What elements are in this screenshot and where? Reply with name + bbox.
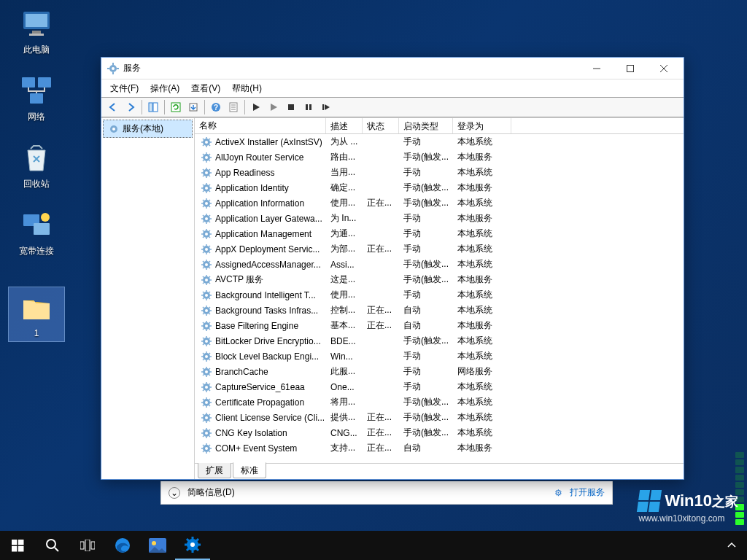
column-header-name[interactable]: 名称 xyxy=(195,118,326,133)
desktop-icon-recycle-bin[interactable]: 回收站 xyxy=(9,140,64,190)
service-row[interactable]: AllJoyn Router Service路由...手动(触发...本地服务 xyxy=(195,149,684,165)
service-row[interactable]: Application Identity确定...手动(触发...本地服务 xyxy=(195,180,684,195)
column-header-description[interactable]: 描述 xyxy=(326,118,363,133)
show-hide-tree-button[interactable] xyxy=(144,98,162,116)
tree-node-services-local[interactable]: 服务(本地) xyxy=(103,120,193,138)
svg-rect-33 xyxy=(322,104,324,110)
service-row[interactable]: Client License Service (Cli...提供...正在...… xyxy=(195,410,684,425)
gear-icon xyxy=(201,289,212,301)
svg-text:?: ? xyxy=(214,104,218,112)
column-header-startup[interactable]: 启动类型 xyxy=(399,118,453,133)
chevron-down-icon[interactable]: ⌄ xyxy=(169,487,180,499)
desktop-icon-label: 1 xyxy=(9,328,64,338)
desktop-icon-network[interactable]: 网络 xyxy=(9,73,64,123)
taskbar-settings[interactable] xyxy=(175,531,210,560)
service-row[interactable]: BitLocker Drive Encryptio...BDE...手动(触发.… xyxy=(195,333,684,349)
service-row[interactable]: App Readiness当用...手动本地系统 xyxy=(195,165,684,180)
svg-line-266 xyxy=(187,548,189,551)
column-header-logon[interactable]: 登录为 xyxy=(453,118,511,133)
refresh-button[interactable] xyxy=(167,98,185,116)
service-row[interactable]: Base Filtering Engine基本...正在...自动本地服务 xyxy=(195,318,684,333)
gear-icon xyxy=(201,366,212,378)
service-row[interactable]: Application Layer Gatewa...为 In...手动本地服务 xyxy=(195,211,684,226)
start-service-button[interactable] xyxy=(247,98,265,116)
service-row[interactable]: BranchCache此服...手动网络服务 xyxy=(195,364,684,379)
svg-point-11 xyxy=(112,67,115,70)
svg-line-75 xyxy=(209,184,211,186)
svg-rect-17 xyxy=(627,65,634,71)
svg-rect-31 xyxy=(306,104,308,110)
menu-file[interactable]: 文件(F) xyxy=(104,81,144,96)
menu-view[interactable]: 查看(V) xyxy=(185,81,226,96)
service-row[interactable]: Certificate Propagation将用...手动(触发...本地系统 xyxy=(195,394,684,410)
service-row[interactable]: COM+ Event System支持...正在...自动本地服务 xyxy=(195,440,684,456)
stop-service-button[interactable] xyxy=(282,98,300,116)
export-list-button[interactable] xyxy=(185,98,202,116)
cell-desc: 基本... xyxy=(326,319,363,332)
start-button[interactable] xyxy=(0,531,35,560)
open-services-link[interactable]: 打开服务 xyxy=(570,486,605,499)
service-row[interactable]: AssignedAccessManager...Assi...手动(触发...本… xyxy=(195,257,684,272)
cell-desc: 为 In... xyxy=(326,212,363,225)
minimize-button[interactable] xyxy=(580,58,614,79)
service-row[interactable]: Block Level Backup Engi...Win...手动本地系统 xyxy=(195,349,684,364)
svg-point-9 xyxy=(41,213,50,222)
start-service-button-2[interactable] xyxy=(265,98,282,116)
column-header-state[interactable]: 状态 xyxy=(363,118,399,133)
restart-service-button[interactable] xyxy=(317,98,335,116)
service-row[interactable]: CaptureService_61eaaOne...手动本地系统 xyxy=(195,379,684,394)
service-row[interactable]: Background Intelligent T...使用...手动本地系统 xyxy=(195,287,684,303)
cell-logon: 本地系统 xyxy=(453,136,511,148)
menu-help[interactable]: 帮助(H) xyxy=(226,81,268,96)
taskbar-edge[interactable] xyxy=(105,531,140,560)
svg-line-52 xyxy=(203,154,204,155)
service-row[interactable]: AppX Deployment Servic...为部...正在...手动本地系… xyxy=(195,241,684,257)
svg-line-62 xyxy=(203,169,204,171)
gear-icon xyxy=(201,259,212,271)
search-button[interactable] xyxy=(35,531,70,560)
service-row[interactable]: CNG Key IsolationCNG...正在...手动(触发...本地系统 xyxy=(195,425,684,440)
gear-icon xyxy=(201,228,212,240)
svg-line-123 xyxy=(209,267,211,268)
pause-service-button[interactable] xyxy=(300,98,317,116)
svg-line-73 xyxy=(209,190,211,192)
desktop-icon-broadband[interactable]: 宽带连接 xyxy=(9,207,64,257)
tree-pane[interactable]: 服务(本地) xyxy=(101,118,195,479)
service-row[interactable]: Background Tasks Infras...控制...正在...自动本地… xyxy=(195,303,684,318)
menu-action[interactable]: 操作(A) xyxy=(144,81,185,96)
properties-button[interactable] xyxy=(225,98,242,116)
svg-point-227 xyxy=(205,432,208,435)
svg-line-55 xyxy=(209,154,211,155)
service-row[interactable]: ActiveX Installer (AxInstSV)为从 ...手动本地系统 xyxy=(195,134,684,149)
svg-line-152 xyxy=(203,307,204,308)
cell-logon: 本地系统 xyxy=(453,381,511,393)
close-button[interactable] xyxy=(647,58,681,79)
cell-name: App Readiness xyxy=(195,167,326,179)
back-button[interactable] xyxy=(104,98,122,116)
svg-line-133 xyxy=(209,282,211,284)
svg-point-47 xyxy=(205,156,208,159)
taskbar-pictures[interactable] xyxy=(140,531,175,560)
svg-line-225 xyxy=(209,414,211,416)
desktop-icon-this-pc[interactable]: 此电脑 xyxy=(9,6,64,56)
svg-line-242 xyxy=(203,445,204,446)
forward-button[interactable] xyxy=(122,98,139,116)
service-row[interactable]: Application Management为通...手动本地系统 xyxy=(195,226,684,241)
titlebar[interactable]: 服务 xyxy=(101,58,684,79)
service-list[interactable]: ActiveX Installer (AxInstSV)为从 ...手动本地系统… xyxy=(195,134,684,463)
task-view-button[interactable] xyxy=(70,531,105,560)
broadband-icon xyxy=(19,207,54,242)
service-row[interactable]: AVCTP 服务这是...手动(触发...本地服务 xyxy=(195,272,684,287)
service-row[interactable]: Application Information使用...正在...手动(触发..… xyxy=(195,195,684,211)
tray-chevron-up[interactable] xyxy=(721,531,743,560)
svg-line-112 xyxy=(203,246,204,247)
desktop-icon-folder-1[interactable]: 1 xyxy=(9,287,64,341)
maximize-button[interactable] xyxy=(614,58,647,79)
help-button[interactable]: ? xyxy=(207,98,225,116)
gear-icon xyxy=(201,244,212,255)
tab-standard[interactable]: 标准 xyxy=(233,462,266,478)
cell-start: 手动 xyxy=(399,350,453,362)
taskbar[interactable] xyxy=(0,531,747,560)
tab-extended[interactable]: 扩展 xyxy=(198,463,231,478)
cell-desc: 路由... xyxy=(326,151,363,163)
